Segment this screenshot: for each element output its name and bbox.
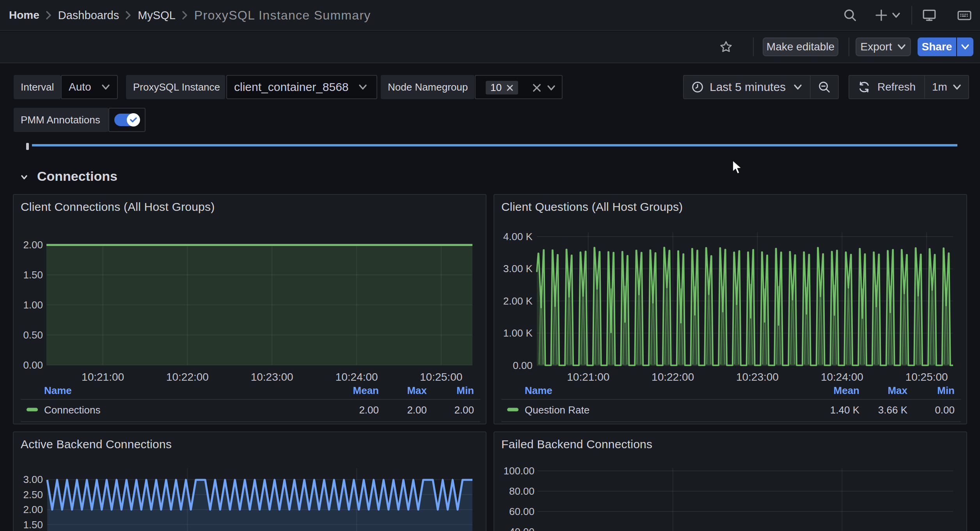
svg-text:0.00: 0.00: [23, 359, 43, 371]
svg-text:40.00: 40.00: [509, 526, 534, 531]
svg-text:10:22:00: 10:22:00: [166, 371, 209, 383]
svg-text:60.00: 60.00: [509, 506, 534, 517]
svg-text:2.00: 2.00: [407, 404, 427, 416]
svg-text:80.00: 80.00: [509, 485, 534, 497]
svg-text:10:23:00: 10:23:00: [251, 371, 293, 383]
svg-text:2.00 K: 2.00 K: [503, 295, 533, 307]
svg-text:Connections: Connections: [44, 404, 101, 416]
svg-text:Question Rate: Question Rate: [525, 404, 589, 416]
svg-text:1.40 K: 1.40 K: [830, 404, 860, 416]
svg-text:10:24:00: 10:24:00: [821, 371, 863, 383]
svg-text:1.00 K: 1.00 K: [503, 327, 533, 339]
svg-text:Mean: Mean: [834, 385, 859, 396]
svg-text:0.00: 0.00: [935, 404, 955, 416]
svg-text:Name: Name: [44, 385, 72, 396]
svg-text:Max: Max: [888, 385, 907, 396]
svg-text:Max: Max: [407, 385, 427, 396]
svg-text:2.00: 2.00: [23, 239, 43, 251]
svg-text:4.00 K: 4.00 K: [503, 231, 533, 242]
svg-text:10:22:00: 10:22:00: [652, 371, 694, 383]
svg-text:0.50: 0.50: [23, 329, 43, 341]
svg-text:Min: Min: [937, 385, 955, 396]
svg-text:3.00 K: 3.00 K: [503, 263, 533, 274]
svg-text:3.66 K: 3.66 K: [878, 404, 908, 416]
svg-text:0.00: 0.00: [513, 360, 533, 371]
svg-text:1.50: 1.50: [23, 269, 43, 281]
svg-text:10:25:00: 10:25:00: [420, 371, 462, 383]
svg-text:2.50: 2.50: [23, 489, 43, 501]
svg-text:10:24:00: 10:24:00: [336, 371, 378, 383]
svg-text:2.00: 2.00: [23, 504, 43, 515]
svg-text:10:21:00: 10:21:00: [82, 371, 124, 383]
svg-text:10:25:00: 10:25:00: [905, 371, 948, 383]
svg-text:3.00: 3.00: [23, 474, 43, 485]
svg-text:Name: Name: [525, 385, 552, 396]
svg-text:Mean: Mean: [353, 385, 379, 396]
svg-text:10:23:00: 10:23:00: [736, 371, 779, 383]
svg-text:Min: Min: [456, 385, 474, 396]
svg-text:100.00: 100.00: [503, 465, 534, 477]
svg-text:10:21:00: 10:21:00: [567, 371, 609, 383]
svg-text:2.00: 2.00: [359, 404, 379, 416]
svg-text:1.00: 1.00: [23, 299, 43, 311]
svg-text:2.00: 2.00: [454, 404, 474, 416]
svg-text:1.50: 1.50: [23, 519, 43, 531]
